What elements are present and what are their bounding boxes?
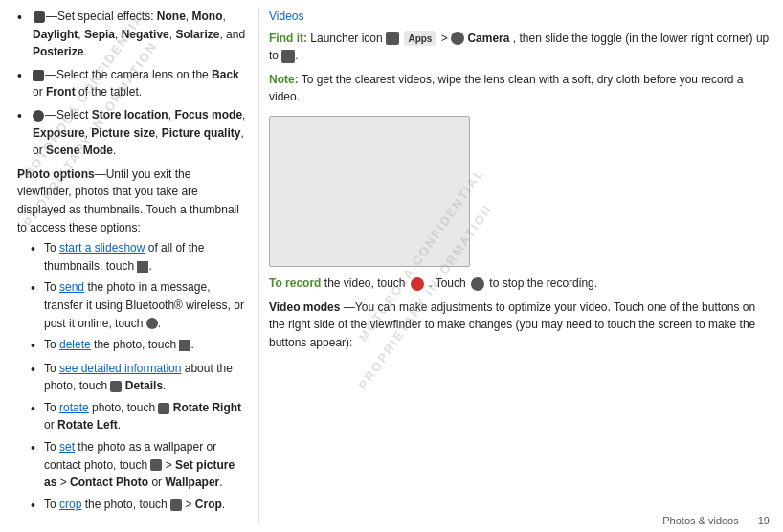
bullet-dot-crop: • xyxy=(31,497,40,516)
find-it-text: Launcher icon xyxy=(310,32,386,45)
record-button-icon xyxy=(411,277,424,291)
bullet-dot-2: • xyxy=(17,67,29,86)
lens-icon xyxy=(33,70,44,81)
video-modes-line: Video modes —You can make adjustments to… xyxy=(269,299,770,352)
sub-set: • To set the photo as a wallpaper or con… xyxy=(17,438,247,492)
camera-small-icon xyxy=(34,11,45,23)
sub-set-text: To set the photo as a wallpaper or conta… xyxy=(44,438,247,492)
video-modes-text: —You can make adjustments to optimize yo… xyxy=(269,300,755,349)
note-label: Note: xyxy=(269,73,299,86)
sub-slideshow-text: To start a slideshow of all of the thumb… xyxy=(44,239,247,275)
apps-badge: Apps xyxy=(404,31,436,46)
share-icon xyxy=(146,318,158,329)
videos-heading: Videos xyxy=(269,8,770,26)
note-text: To get the clearest videos, wipe the len… xyxy=(269,73,743,104)
bullet-dot-info: • xyxy=(31,361,40,380)
video-modes-heading: Video modes xyxy=(269,300,340,314)
arrow-1: > xyxy=(441,32,451,45)
sub-delete-text: To delete the photo, touch . xyxy=(44,336,194,354)
info-icon xyxy=(110,381,122,392)
settings-icon xyxy=(33,110,44,122)
sub-info-text: To see detailed information about the ph… xyxy=(44,360,247,395)
video-frame xyxy=(269,116,470,267)
bullet-store-text: —Select Store location, Focus mode, Expo… xyxy=(33,106,247,160)
footer-page-number: 19 xyxy=(758,515,770,526)
right-column: Videos Find it: Launcher icon Apps > Cam… xyxy=(259,0,783,532)
camera-label: Camera xyxy=(467,32,509,45)
menu-icon xyxy=(150,459,162,471)
bullet-dot: • xyxy=(17,9,29,28)
find-it-line: Find it: Launcher icon Apps > Camera , t… xyxy=(269,30,770,65)
sub-crop-text: To crop the photo, touch > Crop. xyxy=(44,496,225,514)
trash-icon xyxy=(179,340,190,351)
bullet-lens: • —Select the camera lens on the Back or… xyxy=(17,66,247,101)
sub-rotate-text: To rotate photo, touch Rotate Right or R… xyxy=(44,399,247,434)
bullet-dot-rot: • xyxy=(31,400,40,419)
bullet-lens-text: —Select the camera lens on the Back or F… xyxy=(33,66,247,101)
to-record-line: To record the video, touch . Touch to st… xyxy=(269,275,770,293)
video-toggle-icon xyxy=(281,50,295,63)
launcher-icon xyxy=(386,32,399,45)
to-record-touch: . Touch xyxy=(429,277,469,290)
bullet-dot-set: • xyxy=(31,439,40,458)
page-container: • —Set special effects: None, Mono, Dayl… xyxy=(0,0,783,532)
footer-section: Photos & videos xyxy=(662,515,739,526)
find-it-label: Find it: xyxy=(269,32,307,45)
photo-options-heading: Photo options—Until you exit the viewfin… xyxy=(17,166,247,236)
bullet-store: • —Select Store location, Focus mode, Ex… xyxy=(17,106,247,160)
sub-info: • To see detailed information about the … xyxy=(17,360,247,395)
apps-label: Apps xyxy=(408,32,432,47)
sub-send: • To send the photo in a message, transf… xyxy=(17,278,247,332)
bullet-dot-send: • xyxy=(31,279,40,299)
bullet-dot-ss: • xyxy=(31,240,40,259)
camera-circle xyxy=(451,32,464,45)
sub-slideshow: • To start a slideshow of all of the thu… xyxy=(17,239,247,275)
rotate-icon xyxy=(158,403,169,414)
bullet-dot-3: • xyxy=(17,107,29,126)
sub-crop: • To crop the photo, touch > Crop. xyxy=(17,496,247,516)
slideshow-icon xyxy=(137,261,148,273)
sub-delete: • To delete the photo, touch . xyxy=(17,336,247,356)
bullet-effects: • —Set special effects: None, Mono, Dayl… xyxy=(17,8,247,61)
stop-button-icon xyxy=(471,277,484,291)
note-line: Note: To get the clearest videos, wipe t… xyxy=(269,71,770,106)
sub-send-text: To send the photo in a message, transfer… xyxy=(44,278,247,332)
page-footer: Photos & videos 19 xyxy=(662,515,770,526)
bullet-effects-text: —Set special effects: None, Mono, Daylig… xyxy=(33,8,247,61)
to-record-label: To record xyxy=(269,277,321,290)
sub-rotate: • To rotate photo, touch Rotate Right or… xyxy=(17,399,247,434)
to-record-text: the video, touch xyxy=(324,277,409,290)
to-record-stop: to stop the recording. xyxy=(489,277,597,290)
menu-icon-2 xyxy=(170,499,182,511)
left-column: • —Set special effects: None, Mono, Dayl… xyxy=(0,0,258,532)
bullet-dot-del: • xyxy=(31,337,40,356)
